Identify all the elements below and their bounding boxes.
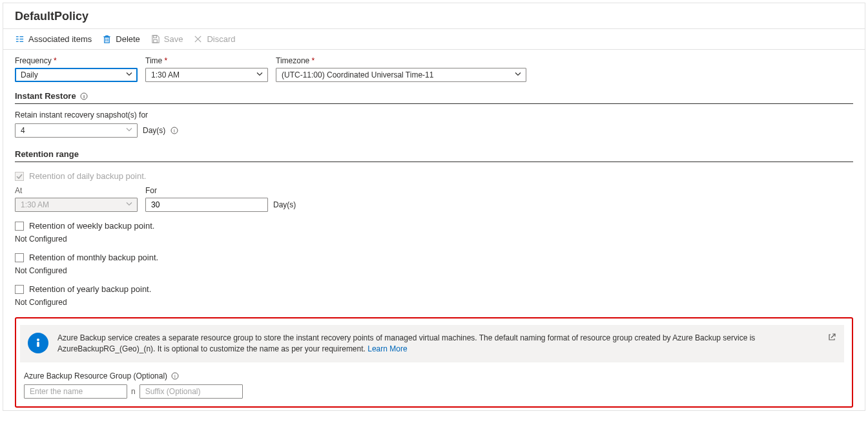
save-label: Save [164,34,183,44]
weekly-retention-label: Retention of weekly backup point. [29,221,154,231]
info-banner: Azure Backup service creates a separate … [20,325,844,362]
monthly-not-configured: Not Configured [15,266,853,275]
rg-prefix-input[interactable] [24,384,127,399]
learn-more-link[interactable]: Learn More [367,344,407,353]
frequency-value: Daily [21,70,38,79]
timezone-value: (UTC-11:00) Coordinated Universal Time-1… [282,70,433,79]
info-icon [28,333,48,353]
for-unit: Day(s) [273,200,296,209]
page-header: DefaultPolicy [3,3,865,29]
info-icon[interactable]: i [171,372,179,380]
discard-label: Discard [207,34,235,44]
monthly-retention-row: Retention of monthly backup point. [15,253,853,262]
daily-retention-config-row: At 1:30 AM For Day(s) [15,186,853,212]
time-value: 1:30 AM [151,70,180,79]
info-icon[interactable]: i [170,127,178,134]
instant-restore-heading: Instant Restore i [15,91,853,101]
save-button[interactable]: Save [150,34,183,44]
yearly-not-configured: Not Configured [15,298,853,307]
close-icon [193,34,203,44]
trash-icon [102,34,112,44]
info-text: Azure Backup service creates a separate … [57,333,836,355]
timezone-label: Timezone * [276,56,526,65]
at-select: 1:30 AM [15,198,138,212]
svg-rect-22 [37,342,39,347]
timezone-select[interactable]: (UTC-11:00) Coordinated Universal Time-1… [276,68,526,82]
retain-snapshot-row: 4 Day(s) i [15,123,853,138]
at-label: At [15,186,138,195]
for-input[interactable] [145,198,268,212]
svg-line-23 [831,334,835,338]
yearly-retention-row: Retention of yearly backup point. [15,284,853,294]
retain-snapshot-value: 4 [21,126,25,135]
daily-retention-row: Retention of daily backup point. [15,171,853,181]
daily-retention-checkbox [15,172,24,181]
chevron-down-icon [125,200,133,210]
frequency-label: Frequency * [15,56,138,65]
svg-point-21 [37,339,39,341]
chevron-down-icon [256,70,264,80]
for-label: For [145,186,296,195]
monthly-retention-label: Retention of monthly backup point. [29,253,158,262]
daily-retention-label: Retention of daily backup point. [29,171,146,181]
rg-separator: n [131,387,136,396]
retention-range-heading: Retention range [15,149,853,159]
resource-group-inputs: n [24,384,844,399]
svg-text:i: i [174,128,175,134]
rg-suffix-input[interactable] [140,384,243,399]
external-link-icon[interactable] [827,333,836,344]
chevron-down-icon [514,70,522,80]
monthly-retention-checkbox[interactable] [15,253,24,262]
retain-snapshot-select[interactable]: 4 [15,123,138,138]
time-label: Time * [145,56,268,65]
resource-group-section: Azure Backup service creates a separate … [15,317,853,408]
info-icon[interactable]: i [80,92,88,100]
svg-text:i: i [83,94,85,99]
weekly-not-configured: Not Configured [15,235,853,244]
page-title: DefaultPolicy [15,10,853,23]
resource-group-label: Azure Backup Resource Group (Optional) i [24,371,844,381]
time-select[interactable]: 1:30 AM [145,68,268,82]
retain-snapshot-label: Retain instant recovery snapshot(s) for [15,110,853,120]
svg-rect-13 [154,36,157,38]
weekly-retention-row: Retention of weekly backup point. [15,221,853,231]
svg-text:i: i [174,373,176,379]
weekly-retention-checkbox[interactable] [15,222,24,231]
at-value: 1:30 AM [21,200,49,209]
frequency-select[interactable]: Daily [15,68,138,82]
section-divider [15,103,853,104]
list-icon [15,34,25,44]
schedule-row: Frequency * Daily Time * 1:30 AM [15,56,853,82]
yearly-retention-checkbox[interactable] [15,285,24,294]
svg-rect-14 [154,39,158,43]
save-icon [150,34,160,44]
discard-button[interactable]: Discard [193,34,235,44]
command-bar: Associated items Delete Save Discard [3,29,865,50]
delete-label: Delete [116,34,140,44]
chevron-down-icon [125,126,133,136]
section-divider [15,162,853,162]
retain-snapshot-unit: Day(s) [143,126,165,135]
chevron-down-icon [125,70,133,80]
svg-rect-6 [105,37,110,43]
delete-button[interactable]: Delete [102,34,140,44]
associated-items-label: Associated items [28,34,92,44]
yearly-retention-label: Retention of yearly backup point. [29,284,151,294]
associated-items-button[interactable]: Associated items [15,34,92,44]
